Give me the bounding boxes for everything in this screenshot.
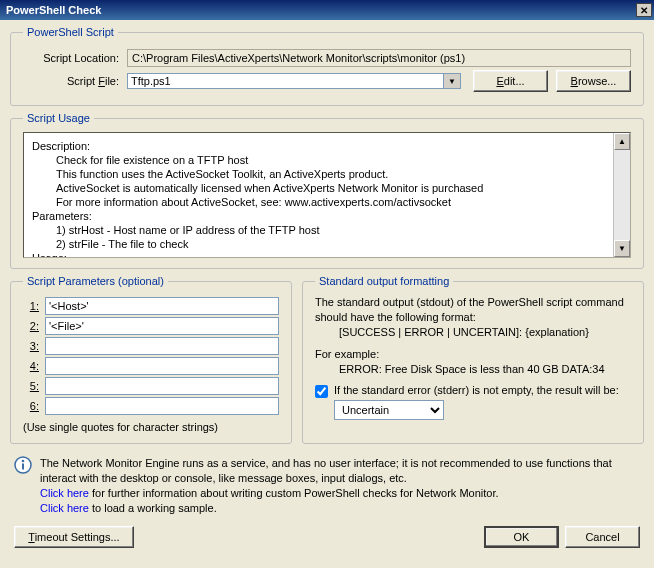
param-hint: (Use single quotes for character strings… (23, 421, 279, 433)
edit-button[interactable]: Edit... (473, 70, 548, 92)
stdout-formatting-group: Standard output formatting The standard … (302, 275, 644, 444)
param-input-5[interactable] (45, 377, 279, 395)
info-link-1[interactable]: Click here (40, 487, 89, 499)
ok-button[interactable]: OK (484, 526, 559, 548)
stdout-line2: [SUCCESS | ERROR | UNCERTAIN]: {explanat… (315, 325, 631, 340)
param-input-1[interactable] (45, 297, 279, 315)
param-label-5: 5: (23, 380, 45, 392)
timeout-settings-button[interactable]: Timeout Settings... (14, 526, 134, 548)
info-text-1: The Network Monitor Engine runs as a ser… (40, 456, 640, 486)
usage-text: Description: Check for file existence on… (23, 132, 631, 258)
script-location-label: Script Location: (23, 52, 127, 64)
scroll-down-icon[interactable]: ▼ (614, 240, 630, 257)
script-usage-group: Script Usage Description: Check for file… (10, 112, 644, 269)
param-label-2: 2: (23, 320, 45, 332)
usage-scrollbar[interactable]: ▲ ▼ (613, 133, 630, 257)
button-bar: Timeout Settings... OK Cancel (10, 520, 644, 554)
usage-line: 1) strHost - Host name or IP address of … (32, 223, 622, 237)
title-bar: PowerShell Check ✕ (0, 0, 654, 20)
script-usage-legend: Script Usage (23, 112, 94, 124)
stdout-line3: For example: (315, 347, 631, 362)
script-parameters-group: Script Parameters (optional) 1: 2: 3: 4:… (10, 275, 292, 444)
usage-line: Description: (32, 139, 622, 153)
param-label-1: 1: (23, 300, 45, 312)
info-text-3: to load a working sample. (89, 502, 217, 514)
usage-line: 2) strFile - The file to check (32, 237, 622, 251)
info-section: The Network Monitor Engine runs as a ser… (10, 450, 644, 520)
usage-line: Usage: (32, 251, 622, 258)
script-file-label: Script File: (23, 75, 127, 87)
powershell-script-legend: PowerShell Script (23, 26, 118, 38)
dropdown-icon[interactable]: ▼ (443, 74, 460, 88)
stderr-result-select[interactable]: Uncertain (334, 400, 444, 420)
stderr-checkbox[interactable] (315, 385, 328, 398)
stderr-label: If the standard error (stderr) is not em… (334, 384, 631, 396)
script-location-value: C:\Program Files\ActiveXperts\Network Mo… (127, 49, 631, 67)
stdout-line4: ERROR: Free Disk Space is less than 40 G… (315, 362, 631, 377)
usage-line: For more information about ActiveSocket,… (32, 195, 622, 209)
param-label-3: 3: (23, 340, 45, 352)
cancel-button[interactable]: Cancel (565, 526, 640, 548)
param-label-6: 6: (23, 400, 45, 412)
usage-line: Check for file existence on a TFTP host (32, 153, 622, 167)
powershell-script-group: PowerShell Script Script Location: C:\Pr… (10, 26, 644, 106)
dialog-body: PowerShell Script Script Location: C:\Pr… (0, 20, 654, 560)
stdout-line1: The standard output (stdout) of the Powe… (315, 295, 631, 325)
close-button[interactable]: ✕ (636, 3, 652, 17)
param-label-4: 4: (23, 360, 45, 372)
usage-line: ActiveSocket is automatically licensed w… (32, 181, 622, 195)
param-input-2[interactable] (45, 317, 279, 335)
info-link-2[interactable]: Click here (40, 502, 89, 514)
param-input-3[interactable] (45, 337, 279, 355)
info-text-2: for further information about writing cu… (89, 487, 499, 499)
close-icon: ✕ (640, 5, 648, 16)
browse-button[interactable]: Browse... (556, 70, 631, 92)
param-input-6[interactable] (45, 397, 279, 415)
param-input-4[interactable] (45, 357, 279, 375)
window-title: PowerShell Check (6, 4, 636, 16)
usage-line: Parameters: (32, 209, 622, 223)
svg-point-1 (22, 460, 25, 463)
stdout-formatting-legend: Standard output formatting (315, 275, 453, 287)
script-file-combo[interactable]: ▼ (127, 73, 461, 89)
script-parameters-legend: Script Parameters (optional) (23, 275, 168, 287)
info-icon (14, 456, 32, 474)
scroll-up-icon[interactable]: ▲ (614, 133, 630, 150)
usage-line: This function uses the ActiveSocket Tool… (32, 167, 622, 181)
svg-rect-2 (22, 464, 24, 470)
script-file-input[interactable] (128, 74, 443, 88)
